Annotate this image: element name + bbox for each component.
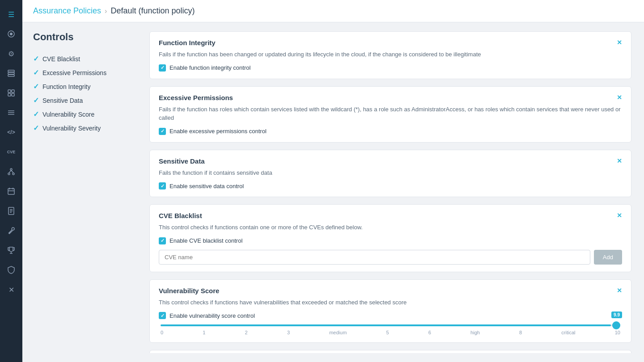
checkbox-function-integrity-label: Enable function integrity control: [169, 64, 250, 71]
menu-icon[interactable]: ☰: [2, 5, 20, 23]
card-vulnerability-score-header: Vulnerability Score ✕: [159, 287, 622, 295]
control-label-sensitive: Sensitive Data: [42, 97, 83, 104]
svg-rect-2: [8, 70, 14, 72]
card-excessive-permissions-header: Excessive Permissions ✕: [159, 94, 622, 101]
card-excessive-permissions-desc: Fails if the function has roles which co…: [159, 105, 622, 122]
svg-rect-8: [12, 93, 14, 96]
control-item-vuln-severity[interactable]: ✓ Vulnerability Severity: [33, 121, 140, 135]
card-vulnerability-score: Vulnerability Score ✕ This control check…: [149, 279, 631, 343]
sidebar: ☰ ⚙ </> CVE ✕: [0, 0, 22, 362]
list-icon[interactable]: [2, 104, 20, 122]
card-cve-blacklist-title: CVE Blacklist: [159, 212, 202, 219]
checkbox-function-integrity[interactable]: [159, 64, 166, 72]
slider-label-medium: medium: [329, 330, 347, 335]
card-function-integrity-title: Function Integrity: [159, 39, 216, 46]
control-label-vuln-severity: Vulnerability Severity: [42, 125, 101, 132]
card-cve-blacklist-header: CVE Blacklist ✕: [159, 212, 622, 219]
slider-label-2: 2: [245, 330, 248, 335]
card-function-integrity-close[interactable]: ✕: [617, 39, 622, 46]
slider-label-6: 6: [428, 330, 431, 335]
card-sensitive-data-desc: Fails the function if it contains sensit…: [159, 168, 622, 177]
header: Assurance Policies › Default (function p…: [22, 0, 644, 22]
settings-icon[interactable]: ⚙: [2, 45, 20, 63]
control-item-function-integrity[interactable]: ✓ Function Integrity: [33, 80, 140, 93]
card-sensitive-data-header: Sensitive Data ✕: [159, 157, 622, 165]
grid-icon[interactable]: [2, 84, 20, 102]
checkbox-vulnerability-score-label: Enable vulnerability score control: [169, 312, 255, 319]
shield-icon[interactable]: [2, 261, 20, 279]
cve-icon[interactable]: CVE: [2, 143, 20, 161]
control-item-excessive[interactable]: ✓ Excessive Permissions: [33, 66, 140, 80]
card-excessive-permissions-close[interactable]: ✕: [617, 94, 622, 101]
slider-value-label: 9.9: [611, 311, 622, 318]
check-icon-sensitive: ✓: [33, 96, 39, 105]
checkbox-vulnerability-score[interactable]: [159, 312, 166, 319]
controls-title: Controls: [33, 31, 140, 43]
svg-rect-17: [8, 189, 14, 194]
slider-track: 9.9: [161, 324, 620, 326]
main-content: Assurance Policies › Default (function p…: [22, 0, 644, 362]
control-label-vuln-score: Vulnerability Score: [42, 111, 94, 118]
card-sensitive-data-title: Sensitive Data: [159, 157, 205, 165]
card-function-integrity-desc: Fails if the function has been changed o…: [159, 50, 622, 59]
svg-line-16: [11, 170, 13, 173]
check-icon-cve: ✓: [33, 55, 39, 63]
slider-label-critical: critical: [561, 330, 575, 335]
layers-icon[interactable]: [2, 64, 20, 82]
nodes-icon[interactable]: [2, 163, 20, 181]
controls-panel: Controls ✓ CVE Blacklist ✓ Excessive Per…: [33, 31, 140, 353]
card-vulnerability-score-close[interactable]: ✕: [617, 287, 622, 294]
card-function-integrity-header: Function Integrity ✕: [159, 39, 622, 46]
card-cve-blacklist-desc: This control checks if functions contain…: [159, 223, 622, 232]
slider-label-high: high: [470, 330, 480, 335]
card-vulnerability-score-checkbox-row: Enable vulnerability score control: [159, 312, 622, 319]
svg-rect-4: [8, 75, 14, 76]
slider-fill: [161, 324, 611, 326]
report-icon[interactable]: [2, 202, 20, 220]
cards-panel: Function Integrity ✕ Fails if the functi…: [149, 31, 633, 353]
control-label-function-integrity: Function Integrity: [42, 83, 90, 90]
card-vulnerability-severity: Vulnerability Severity ✕ This control ch…: [149, 350, 631, 353]
card-vulnerability-score-title: Vulnerability Score: [159, 287, 219, 295]
card-cve-blacklist-close[interactable]: ✕: [617, 212, 622, 219]
check-icon-excessive: ✓: [33, 68, 39, 77]
check-icon-function-integrity: ✓: [33, 82, 39, 91]
checkbox-cve-blacklist-label: Enable CVE blacklist control: [169, 237, 242, 244]
dashboard-icon[interactable]: [2, 25, 20, 43]
svg-point-12: [10, 168, 12, 170]
checkbox-sensitive-data[interactable]: [159, 182, 166, 189]
check-icon-vuln-score: ✓: [33, 110, 39, 118]
breadcrumb-link[interactable]: Assurance Policies: [33, 6, 101, 16]
slider-label-1: 1: [203, 330, 205, 335]
cve-name-input[interactable]: [159, 250, 590, 265]
control-item-vuln-score[interactable]: ✓ Vulnerability Score: [33, 107, 140, 121]
card-function-integrity: Function Integrity ✕ Fails if the functi…: [149, 31, 631, 79]
card-sensitive-data-close[interactable]: ✕: [617, 157, 622, 164]
add-cve-button[interactable]: Add: [594, 250, 622, 265]
checkbox-sensitive-data-label: Enable sensitive data control: [169, 183, 244, 189]
slider-label-10: 10: [615, 330, 620, 335]
card-cve-blacklist-checkbox-row: Enable CVE blacklist control: [159, 237, 622, 244]
checkbox-cve-blacklist[interactable]: [159, 237, 166, 244]
slider-thumb[interactable]: 9.9: [612, 321, 620, 329]
card-sensitive-data: Sensitive Data ✕ Fails the function if i…: [149, 150, 631, 198]
card-vulnerability-score-desc: This control checks if functions have vu…: [159, 298, 622, 307]
svg-rect-6: [12, 90, 14, 93]
slider-label-0: 0: [161, 330, 163, 335]
svg-rect-3: [8, 72, 14, 74]
calendar-icon[interactable]: [2, 182, 20, 200]
checkbox-excessive-permissions-label: Enable excessive permissions control: [169, 128, 267, 135]
vulnerability-score-slider[interactable]: 9.9 0 1 2 3 medium 5 6 high 8 critical: [159, 324, 622, 335]
code-icon[interactable]: </>: [2, 123, 20, 141]
card-excessive-permissions-title: Excessive Permissions: [159, 94, 233, 101]
card-cve-blacklist: CVE Blacklist ✕ This control checks if f…: [149, 204, 631, 272]
control-item-cve[interactable]: ✓ CVE Blacklist: [33, 52, 140, 66]
wrench-icon[interactable]: [2, 222, 20, 240]
svg-line-15: [9, 170, 11, 173]
trophy-icon[interactable]: [2, 241, 20, 259]
checkbox-excessive-permissions[interactable]: [159, 128, 166, 135]
cross-icon[interactable]: ✕: [2, 281, 20, 299]
control-item-sensitive[interactable]: ✓ Sensitive Data: [33, 93, 140, 107]
check-icon-vuln-severity: ✓: [33, 124, 39, 132]
svg-point-1: [10, 33, 13, 35]
